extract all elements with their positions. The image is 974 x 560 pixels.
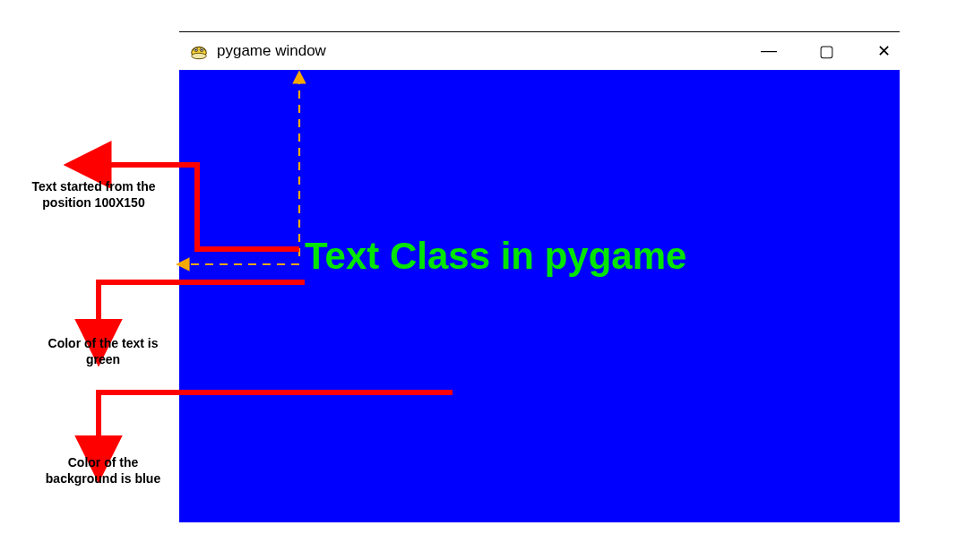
game-canvas: Text Class in pygame [179,70,900,522]
pygame-snake-icon [188,40,210,62]
window-title: pygame window [217,42,326,60]
close-button[interactable]: ✕ [873,41,894,61]
annot-position-label: Text started from theposition 100X150 [20,179,168,211]
maximize-button[interactable]: ▢ [815,41,837,61]
pygame-window: pygame window — ▢ ✕ Text Class in pygame [179,32,900,522]
titlebar: pygame window — ▢ ✕ [179,32,900,70]
minimize-button[interactable]: — [758,41,780,61]
svg-point-4 [195,49,197,51]
annot-bgcolor-label: Color of thebackground is blue [45,455,161,487]
svg-point-1 [192,53,207,58]
svg-point-5 [201,49,203,51]
rendered-text: Text Class in pygame [305,235,686,278]
annot-textcolor-label: Color of the text isgreen [40,336,166,367]
